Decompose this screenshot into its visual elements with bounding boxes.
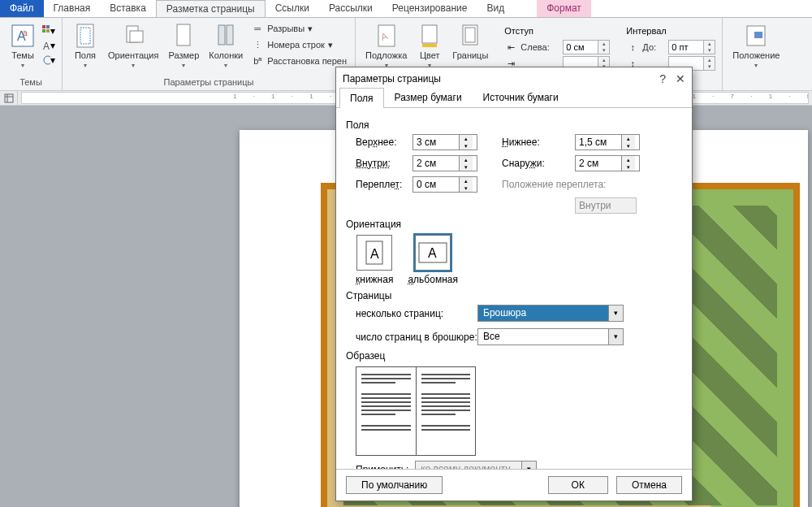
svg-rect-6	[46, 29, 50, 32]
dialog-tab-source[interactable]: Источник бумаги	[473, 87, 569, 107]
position-button[interactable]: Положение▾	[729, 21, 783, 71]
tab-references[interactable]: Ссылки	[266, 0, 319, 17]
inside-margin-input[interactable]	[413, 156, 459, 171]
top-margin-spinner[interactable]: ▴▾	[412, 134, 477, 150]
group-page-setup: Поля▾ Ориентация▾ Размер▾ Колонки▾ ═Разр…	[63, 18, 356, 90]
inside-margin-spinner[interactable]: ▴▾	[412, 155, 477, 171]
themes-button[interactable]: Aa Темы ▾	[6, 21, 39, 71]
spacing-before-spinner[interactable]: ▴▾	[668, 40, 715, 54]
theme-colors-icon[interactable]: ▾	[42, 24, 55, 37]
tab-file[interactable]: Файл	[0, 0, 44, 17]
chevron-down-icon: ▾	[84, 62, 87, 69]
outside-margin-spinner[interactable]: ▴▾	[575, 155, 640, 171]
top-margin-input[interactable]	[413, 135, 459, 150]
dialog-tabs: Поля Размер бумаги Источник бумаги	[336, 87, 692, 108]
tab-format[interactable]: Формат	[537, 0, 591, 17]
gutter-spinner[interactable]: ▴▾	[412, 176, 477, 193]
orientation-label: Ориентация	[108, 50, 158, 60]
svg-rect-19	[422, 44, 437, 47]
indent-left-icon: ⇤	[504, 41, 517, 54]
svg-rect-14	[218, 25, 225, 45]
spin-up-icon[interactable]: ▴	[598, 41, 609, 47]
tab-view[interactable]: Вид	[477, 0, 514, 17]
dialog-footer: По умолчанию ОК Отмена	[336, 469, 692, 500]
bottom-margin-spinner[interactable]: ▴▾	[575, 134, 640, 150]
cancel-button[interactable]: Отмена	[616, 476, 682, 494]
section-orientation-label: Ориентация	[346, 219, 682, 230]
line-numbers-button[interactable]: ⋮Номера строк ▾	[249, 37, 335, 52]
chevron-down-icon: ▾	[132, 62, 135, 69]
group-themes: Aa Темы ▾ ▾ A▾ ▾ Темы	[0, 18, 63, 90]
columns-icon	[213, 23, 239, 49]
spacing-before-icon: ↕	[626, 41, 639, 54]
chevron-down-icon: ▾	[182, 62, 185, 69]
margins-label: Поля	[75, 50, 96, 60]
svg-text:A: A	[43, 41, 50, 51]
section-preview-label: Образец	[346, 350, 682, 362]
tab-review[interactable]: Рецензирование	[382, 0, 477, 17]
page-color-button[interactable]: Цвет▾	[413, 21, 446, 71]
svg-rect-13	[177, 24, 190, 46]
gutter-input[interactable]	[413, 177, 459, 192]
dialog-tab-margins[interactable]: Поля	[339, 88, 384, 108]
tab-page-layout[interactable]: Разметка страницы	[156, 0, 266, 17]
theme-fonts-icon[interactable]: A▾	[42, 39, 55, 52]
margins-button[interactable]: Поля▾	[69, 21, 102, 71]
breaks-button[interactable]: ═Разрывы ▾	[249, 21, 314, 36]
svg-rect-3	[42, 25, 45, 28]
svg-rect-23	[754, 32, 762, 38]
svg-text:A: A	[370, 247, 379, 261]
multi-pages-combo[interactable]: Брошюра▾	[477, 305, 624, 322]
multi-pages-label: несколько страниц:	[356, 308, 477, 319]
page-color-icon	[417, 23, 443, 49]
tab-home[interactable]: Главная	[44, 0, 101, 17]
indent-left-input[interactable]	[564, 41, 598, 54]
page-borders-button[interactable]: Границы	[449, 21, 491, 71]
chevron-down-icon[interactable]: ▾	[608, 306, 623, 321]
bottom-margin-input[interactable]	[576, 135, 621, 150]
spacing-before-input[interactable]	[669, 41, 703, 54]
chevron-down-icon[interactable]: ▾	[608, 329, 623, 344]
indent-left-spinner[interactable]: ▴▾	[563, 40, 610, 54]
gutter-pos-value: Внутри	[575, 197, 637, 214]
outside-margin-input[interactable]	[576, 156, 621, 171]
gutter-label: Переплет:	[356, 179, 412, 190]
position-label: Положение	[732, 50, 780, 60]
chevron-down-icon: ▾	[224, 62, 227, 69]
tab-insert[interactable]: Вставка	[100, 0, 156, 17]
help-button[interactable]: ?	[659, 72, 666, 85]
page-color-label: Цвет	[420, 50, 440, 60]
theme-effects-icon[interactable]: ▾	[42, 54, 55, 67]
chevron-down-icon: ▾	[754, 62, 758, 69]
spin-down-icon[interactable]: ▾	[598, 47, 609, 54]
svg-text:a: a	[23, 28, 28, 37]
watermark-button[interactable]: A Подложка▾	[362, 21, 410, 71]
columns-button[interactable]: Колонки▾	[205, 21, 246, 71]
dialog-titlebar: Параметры страницы ? ✕	[336, 67, 692, 87]
tab-mailings[interactable]: Рассылки	[319, 0, 382, 17]
orientation-portrait[interactable]: A книжная	[356, 235, 393, 285]
sheets-combo[interactable]: Все▾	[477, 328, 624, 345]
orientation-landscape[interactable]: A альбомная	[408, 235, 458, 285]
close-button[interactable]: ✕	[676, 72, 685, 85]
ok-button[interactable]: ОК	[548, 476, 608, 494]
svg-rect-4	[46, 25, 50, 28]
size-label: Размер	[168, 50, 199, 60]
chevron-down-icon[interactable]: ▾	[521, 462, 536, 469]
bottom-margin-label: Нижнее:	[502, 136, 575, 148]
size-button[interactable]: Размер▾	[165, 21, 202, 71]
apply-to-combo[interactable]: ко всему документу▾	[415, 461, 537, 469]
indent-label: Отступ	[504, 26, 610, 36]
dialog-tab-paper[interactable]: Размер бумаги	[384, 87, 473, 107]
portrait-icon: A	[356, 235, 392, 271]
hyphenation-button[interactable]: bªРасстановка перен	[249, 54, 348, 68]
orientation-button[interactable]: Ориентация▾	[105, 21, 162, 71]
themes-label: Темы	[11, 50, 34, 60]
spacing-label: Интервал	[626, 26, 715, 36]
group-arrange: Положение▾	[723, 18, 789, 90]
ruler-corner-icon[interactable]	[0, 91, 18, 106]
watermark-icon: A	[374, 23, 400, 49]
orientation-icon	[120, 23, 146, 49]
default-button[interactable]: По умолчанию	[346, 476, 443, 494]
group-page-setup-label: Параметры страницы	[164, 77, 254, 89]
